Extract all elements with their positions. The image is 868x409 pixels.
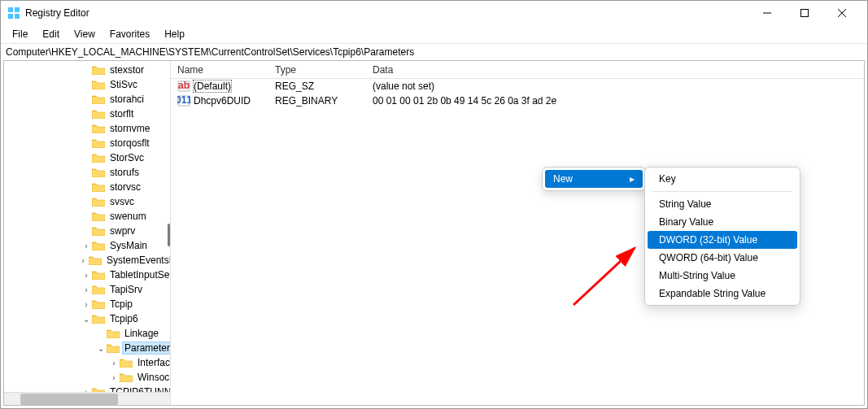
tree-item[interactable]: swenum (4, 209, 171, 224)
expander-icon[interactable]: › (108, 373, 120, 382)
folder-icon (120, 372, 133, 383)
scrollbar-thumb[interactable] (20, 394, 118, 405)
tree-item[interactable]: svsvc (4, 194, 171, 209)
value-type: REG_BINARY (268, 95, 366, 107)
tree-item[interactable]: ›Interfaces (4, 355, 171, 370)
expander-icon[interactable]: ⌄ (81, 315, 92, 324)
expander-icon[interactable]: › (81, 241, 92, 250)
expander-icon[interactable]: › (81, 271, 92, 280)
submenu-item-qword[interactable]: QWORD (64-bit) Value (648, 249, 797, 267)
tree-item-label: SysMain (108, 240, 149, 251)
tree-item-label: Tcpip (108, 298, 134, 310)
tree-item-label: StorSvc (108, 152, 146, 163)
value-name: (Default) (194, 80, 231, 92)
tree-item[interactable]: ›Winsock (4, 370, 171, 385)
tree-item-label: svsvc (108, 196, 136, 207)
folder-icon (92, 269, 105, 281)
tree-item[interactable]: swprv (4, 224, 171, 238)
value-list[interactable]: Name Type Data ab(Default)REG_SZ(value n… (171, 61, 864, 405)
tree-item-label: storflt (108, 108, 135, 120)
tree-item[interactable]: ⌄Tcpip6 (4, 311, 171, 326)
tree-item-label: Parameters (123, 342, 171, 354)
close-button[interactable] (823, 1, 861, 25)
tree-item[interactable]: ›SysMain (4, 238, 171, 253)
address-text: Computer\HKEY_LOCAL_MACHINE\SYSTEM\Curre… (6, 46, 414, 58)
tree-item-label: swenum (108, 211, 148, 222)
submenu-item-binary[interactable]: Binary Value (648, 213, 797, 231)
expander-icon[interactable]: › (81, 300, 92, 309)
folder-icon (92, 167, 105, 178)
folder-icon (92, 94, 105, 105)
menu-favorites[interactable]: Favorites (103, 27, 156, 41)
folder-icon (92, 181, 105, 193)
folder-icon (92, 108, 105, 120)
submenu-item-dword[interactable]: DWORD (32-bit) Value (648, 231, 797, 249)
tree-item[interactable]: stornvme (4, 121, 171, 136)
folder-icon (120, 357, 133, 368)
tree-horizontal-scrollbar[interactable] (4, 392, 170, 405)
value-name: Dhcpv6DUID (194, 95, 251, 107)
svg-rect-0 (8, 7, 13, 12)
folder-icon (92, 313, 105, 324)
tree-item[interactable]: ›TabletInputService (4, 268, 171, 282)
submenu-item-multistring[interactable]: Multi-String Value (648, 267, 797, 285)
submenu-arrow-icon: ▸ (630, 173, 635, 185)
tree-item[interactable]: stexstor (4, 63, 171, 77)
tree-item-label: storufs (108, 167, 141, 178)
column-type[interactable]: Type (268, 64, 366, 76)
menu-edit[interactable]: Edit (36, 27, 66, 41)
minimize-button[interactable] (748, 1, 786, 25)
value-row[interactable]: ab(Default)REG_SZ(value not set) (171, 79, 864, 94)
submenu-item-string[interactable]: String Value (648, 195, 797, 213)
tree-item[interactable]: Linkage (4, 326, 171, 341)
expander-icon[interactable]: › (108, 359, 120, 368)
tree-view[interactable]: stexstorStiSvcstorahcistorfltstornvmesto… (4, 61, 171, 405)
folder-icon (92, 64, 105, 76)
folder-icon (92, 284, 105, 295)
svg-rect-1 (15, 7, 20, 12)
value-data: 00 01 00 01 2b 0b 49 14 5c 26 0a 3f ad 2… (366, 95, 563, 107)
folder-icon (92, 298, 105, 310)
titlebar: Registry Editor (1, 1, 867, 25)
context-menu-area: New ▸ Key String Value Binary Value DWOR… (542, 167, 800, 306)
svg-text:011: 011 (177, 95, 190, 106)
tree-item[interactable]: storahci (4, 92, 171, 107)
folder-icon (92, 79, 105, 90)
submenu-item-expandstring[interactable]: Expandable String Value (648, 285, 797, 302)
tree-item[interactable]: storflt (4, 107, 171, 121)
app-icon (7, 7, 20, 20)
folder-icon (92, 137, 105, 149)
address-bar[interactable]: Computer\HKEY_LOCAL_MACHINE\SYSTEM\Curre… (1, 43, 867, 60)
tree-item-label: storahci (108, 94, 146, 105)
tree-item-label: TapiSrv (108, 284, 144, 295)
folder-icon (107, 342, 120, 354)
tree-item[interactable]: storqosflt (4, 136, 171, 150)
context-menu: New ▸ (542, 167, 646, 191)
expander-icon[interactable]: ⌄ (95, 344, 107, 353)
menu-help[interactable]: Help (158, 27, 191, 41)
tree-item[interactable]: storvsc (4, 180, 171, 194)
tree-item-label: swprv (108, 225, 137, 237)
splitter-handle[interactable] (168, 224, 170, 246)
tree-item-label: TabletInputService (108, 269, 171, 281)
tree-item[interactable]: ⌄Parameters (4, 341, 171, 355)
tree-item[interactable]: ›TapiSrv (4, 282, 171, 297)
maximize-button[interactable] (786, 1, 823, 25)
submenu-item-key[interactable]: Key (648, 170, 797, 188)
tree-item[interactable]: StorSvc (4, 150, 171, 165)
value-data: (value not set) (366, 80, 441, 92)
tree-item[interactable]: StiSvc (4, 77, 171, 92)
context-item-new[interactable]: New ▸ (545, 170, 643, 188)
column-data[interactable]: Data (366, 64, 864, 76)
tree-item-label: StiSvc (108, 79, 139, 90)
tree-item[interactable]: ›Tcpip (4, 297, 171, 311)
value-row[interactable]: 011Dhcpv6DUIDREG_BINARY00 01 00 01 2b 0b… (171, 94, 864, 108)
tree-item[interactable]: storufs (4, 165, 171, 180)
folder-icon (92, 152, 105, 163)
expander-icon[interactable]: › (78, 256, 89, 265)
menu-file[interactable]: File (6, 27, 34, 41)
expander-icon[interactable]: › (81, 285, 92, 294)
menu-view[interactable]: View (68, 27, 102, 41)
column-name[interactable]: Name (171, 64, 268, 76)
tree-item[interactable]: ›SystemEventsBroker (4, 253, 171, 268)
